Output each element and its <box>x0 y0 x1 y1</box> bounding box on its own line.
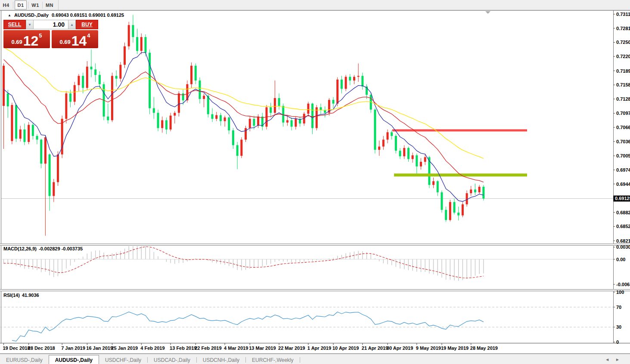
candle-body <box>412 155 414 159</box>
sell-price-button[interactable]: 0.69 12 5 <box>3 30 50 48</box>
candle-body <box>403 148 405 156</box>
candle-body <box>215 115 217 119</box>
candle-body <box>211 114 214 119</box>
date-tick-label: 25 Jan 2019 <box>111 345 138 351</box>
candle-body <box>332 100 335 104</box>
candle-body <box>391 132 393 136</box>
symbol-tab-bar: EURUSD-,DailyAUDUSD-,DailyUSDCHF-,DailyU… <box>0 354 630 364</box>
date-tick-label: 28 May 2019 <box>470 345 498 351</box>
timeframe-button-H4[interactable]: H4 <box>0 1 12 9</box>
candle-body <box>7 93 9 106</box>
volume-increase-button[interactable]: ▲ <box>68 20 76 29</box>
buy-price-prefix: 0.69 <box>59 39 70 45</box>
candle-body <box>307 104 309 114</box>
date-tick-label: 22 Mar 2019 <box>278 345 305 351</box>
candle-body <box>320 107 322 110</box>
candle-body <box>420 162 422 167</box>
candle-body <box>99 75 101 84</box>
candle-body <box>36 136 38 140</box>
rsi-axis-label: 100 <box>616 290 624 295</box>
timeframe-button-W1[interactable]: W1 <box>30 1 41 9</box>
candle-body <box>157 113 159 128</box>
candle-body <box>207 96 209 114</box>
candle-body <box>23 130 25 142</box>
candle-body <box>228 117 230 130</box>
candle-body <box>349 77 351 80</box>
timeframe-button-MN[interactable]: MN <box>44 1 55 9</box>
date-tick-label: 21 Apr 2019 <box>362 345 388 351</box>
sell-button[interactable]: SELL <box>3 20 26 29</box>
candle-body <box>115 76 118 78</box>
candle-body <box>378 147 380 150</box>
candle-body <box>311 104 313 128</box>
tab-usdcnh-daily[interactable]: USDCNH-,Daily <box>197 356 245 364</box>
sell-price-big: 12 <box>23 35 39 46</box>
price-tick-label: 0.70970 <box>616 111 630 116</box>
date-tick-label: 13 Feb 2019 <box>170 345 196 351</box>
price-tick-label: 0.69745 <box>616 167 630 173</box>
buy-price-pipette: 4 <box>87 32 90 39</box>
chart-bg <box>0 10 630 354</box>
chart-title-row: ▲ AUDUSD-,Daily 0.69043 0.69151 0.69001 … <box>8 12 124 18</box>
toolbar-separator <box>28 2 28 9</box>
tab-audusd-daily[interactable]: AUDUSD-,Daily <box>49 355 99 364</box>
tab-scroll-arrows[interactable]: ◄► <box>605 357 626 362</box>
price-tick-label: 0.71890 <box>616 68 630 74</box>
candle-body <box>382 140 385 147</box>
date-tick-label: 30 Apr 2019 <box>387 345 413 351</box>
candle-body <box>245 128 247 140</box>
price-tick-label: 0.69440 <box>616 182 630 187</box>
candle-body <box>374 110 376 150</box>
volume-input[interactable]: 1.00 <box>34 20 68 29</box>
toolbar-separator <box>42 2 43 9</box>
candle-body <box>274 98 276 113</box>
tab-usdcad-daily[interactable]: USDCAD-,Daily <box>148 356 196 364</box>
candle-body <box>107 117 109 120</box>
price-tick-label: 0.72810 <box>616 26 630 31</box>
candle-body <box>295 119 297 126</box>
macd-axis-label: 0.00 <box>616 257 625 262</box>
date-tick-label: 9 May 2019 <box>416 345 441 351</box>
tab-usdchf-daily[interactable]: USDCHF-,Daily <box>99 356 147 364</box>
buy-button[interactable]: BUY <box>76 20 98 29</box>
candle-body <box>236 145 239 156</box>
candle-body <box>432 181 434 185</box>
tab-eurchf-weekly[interactable]: EURCHF-,Weekly <box>246 356 299 364</box>
volume-decrease-button[interactable]: ▼ <box>26 20 34 29</box>
tab-scroll-right-icon[interactable]: ► <box>615 357 626 362</box>
candle-body <box>28 125 30 142</box>
candle-body <box>441 192 443 210</box>
date-tick-label: 19 May 2019 <box>441 345 469 351</box>
timeframe-button-D1[interactable]: D1 <box>15 0 27 9</box>
candle-body <box>232 130 234 145</box>
candle-body <box>291 120 293 126</box>
date-tick-label: 13 Mar 2019 <box>249 345 276 351</box>
date-tick-label: 1 Apr 2019 <box>307 345 331 351</box>
candle-body <box>470 189 472 193</box>
date-tick-label: 16 Jan 2019 <box>86 345 113 351</box>
chart-title: AUDUSD-,Daily <box>14 12 49 18</box>
price-tick-label: 0.68520 <box>616 224 630 229</box>
candle-body <box>82 76 84 88</box>
candle-body <box>74 85 76 102</box>
candle-body <box>353 77 355 80</box>
candle-body <box>182 93 184 100</box>
buy-price-button[interactable]: 0.69 14 4 <box>52 30 98 48</box>
collapse-chart-icon[interactable]: ▲ <box>8 13 11 17</box>
candle-body <box>136 37 138 51</box>
candle-body <box>482 187 484 198</box>
date-tick-label: 7 Jan 2019 <box>61 345 85 351</box>
tab-scroll-left-icon[interactable]: ◄ <box>605 357 615 362</box>
candle-body <box>357 76 360 77</box>
candle-body <box>140 37 143 51</box>
candle-body <box>57 154 59 182</box>
candle-body <box>474 189 476 192</box>
price-tick-label: 0.68210 <box>616 238 630 244</box>
candle-body <box>336 80 338 104</box>
candle-body <box>478 187 481 192</box>
candle-body <box>199 80 201 99</box>
candle-body <box>49 154 51 196</box>
candle-body <box>190 66 192 84</box>
candle-body <box>195 66 197 80</box>
tab-eurusd-daily[interactable]: EURUSD-,Daily <box>0 356 49 364</box>
